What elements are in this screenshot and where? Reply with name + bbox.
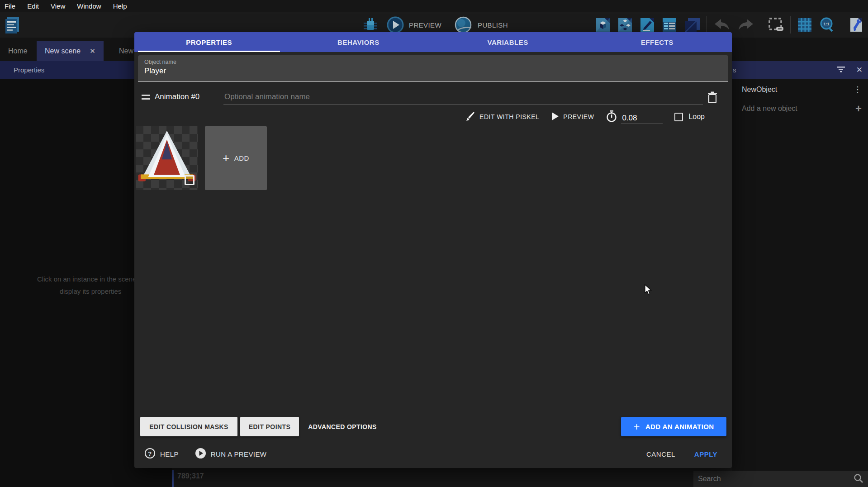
edit-with-piskel-button[interactable]: EDIT WITH PISKEL <box>465 111 539 123</box>
object-list-item-label: NewObject <box>742 86 777 94</box>
debug-icon[interactable] <box>362 16 379 33</box>
tab-variables[interactable]: VARIABLES <box>433 32 583 52</box>
objects-search-bar <box>693 471 868 487</box>
loop-checkbox[interactable] <box>674 113 683 121</box>
plus-icon[interactable]: + <box>855 102 862 115</box>
drag-handle-icon[interactable] <box>142 95 150 100</box>
edit-collision-masks-button[interactable]: EDIT COLLISION MASKS <box>140 417 237 436</box>
time-between-frames-field <box>606 110 663 124</box>
active-tab-indicator <box>138 51 280 52</box>
preview-play-icon[interactable] <box>386 16 404 34</box>
animation-title: Animation #0 <box>155 92 199 101</box>
tab-behaviors[interactable]: BEHAVIORS <box>284 32 433 52</box>
add-frame-label: ADD <box>234 154 249 162</box>
add-new-object-label: Add a new object <box>742 105 797 113</box>
tab-new-scene-label: New scene <box>45 47 81 55</box>
run-a-preview-button[interactable]: RUN A PREVIEW <box>195 448 267 460</box>
brush-icon <box>465 111 475 123</box>
menu-file[interactable]: File <box>5 2 15 10</box>
menu-help[interactable]: Help <box>113 2 127 10</box>
redo-icon[interactable] <box>737 17 755 33</box>
preview-button[interactable]: PREVIEW <box>409 21 441 29</box>
time-between-frames-input[interactable] <box>621 113 663 124</box>
help-label: HELP <box>160 450 179 458</box>
close-tab-icon[interactable]: ✕ <box>90 47 95 55</box>
mask-selection-icon[interactable] <box>767 17 784 33</box>
add-frame-button[interactable]: + ADD <box>205 126 267 190</box>
edit-scene-icon[interactable] <box>639 17 655 33</box>
undo-icon[interactable] <box>713 17 731 33</box>
tab-new-partial-label: New <box>119 47 133 55</box>
help-button[interactable]: ? HELP <box>144 448 179 460</box>
cursor-coordinates: 789;317 <box>177 472 204 480</box>
edit-with-piskel-label: EDIT WITH PISKEL <box>479 113 539 120</box>
objects-panel-title-partial: s <box>733 66 736 74</box>
grid-icon[interactable] <box>797 17 813 33</box>
tab-properties[interactable]: PROPERTIES <box>134 32 284 52</box>
tab-home-label: Home <box>8 47 28 55</box>
frame-select-checkbox[interactable] <box>185 175 194 185</box>
layers-icon[interactable] <box>683 17 701 33</box>
loop-label: Loop <box>688 113 705 121</box>
play-icon <box>551 112 559 122</box>
tab-home[interactable]: Home <box>0 41 36 61</box>
close-panel-icon[interactable]: ✕ <box>856 65 863 75</box>
sprite-frame-thumbnail[interactable] <box>136 126 198 190</box>
events-list-icon[interactable] <box>661 17 678 33</box>
add-an-animation-label: ADD AN ANIMATION <box>645 423 714 430</box>
add-new-object-row[interactable]: Add a new object + <box>732 100 868 117</box>
filter-icon[interactable] <box>836 66 845 74</box>
instances-icon[interactable] <box>617 17 633 33</box>
objects-panel: s ✕ NewObject ⋮ Add a new object + <box>732 61 868 487</box>
object-name-label: Object name <box>144 59 722 65</box>
animation-name-input[interactable] <box>223 90 703 105</box>
preview-animation-label: PREVIEW <box>563 113 594 120</box>
dialog-footer: ? HELP RUN A PREVIEW CANCEL APPLY <box>134 445 732 463</box>
publish-button[interactable]: PUBLISH <box>478 21 508 29</box>
setup-tools-icon[interactable] <box>848 17 864 33</box>
app-window: File Edit View Window Help <box>0 0 868 487</box>
svg-text:1:1: 1:1 <box>823 22 829 26</box>
object-menu-icon[interactable]: ⋮ <box>854 87 862 92</box>
cancel-button[interactable]: CANCEL <box>646 450 675 458</box>
svg-text:?: ? <box>148 450 152 457</box>
menu-view[interactable]: View <box>51 2 65 10</box>
advanced-options-button[interactable]: ADVANCED OPTIONS <box>302 417 383 436</box>
help-icon: ? <box>144 448 156 460</box>
tab-new-scene[interactable]: New scene ✕ <box>37 41 104 61</box>
delete-animation-icon[interactable] <box>707 91 718 105</box>
preview-animation-button[interactable]: PREVIEW <box>551 112 594 122</box>
apply-button[interactable]: APPLY <box>694 450 717 458</box>
edit-points-button[interactable]: EDIT POINTS <box>240 417 299 436</box>
add-object-icon[interactable] <box>595 17 611 33</box>
publish-globe-icon[interactable] <box>454 16 473 34</box>
plus-icon: + <box>633 420 640 433</box>
timer-icon <box>606 110 617 124</box>
dialog-tab-bar: PROPERTIES BEHAVIORS VARIABLES EFFECTS <box>134 32 732 52</box>
run-a-preview-label: RUN A PREVIEW <box>211 450 267 458</box>
menu-window[interactable]: Window <box>77 2 101 10</box>
object-name-field: Object name <box>138 55 728 82</box>
search-input[interactable] <box>698 475 854 483</box>
toolbar-separator <box>790 16 791 33</box>
object-name-input[interactable] <box>144 67 722 76</box>
object-editor-dialog: PROPERTIES BEHAVIORS VARIABLES EFFECTS O… <box>134 32 732 468</box>
zoom-one-to-one-icon[interactable]: 1:1 <box>819 16 836 33</box>
plus-icon: + <box>223 151 230 165</box>
animation-header-row: Animation #0 <box>134 89 732 107</box>
project-manager-icon[interactable] <box>4 15 22 34</box>
animation-controls-row: EDIT WITH PISKEL PREVIEW <box>465 109 705 125</box>
add-an-animation-button[interactable]: + ADD AN ANIMATION <box>621 417 726 436</box>
toolbar-separator <box>707 16 707 33</box>
menu-edit[interactable]: Edit <box>27 2 39 10</box>
toolbar-separator <box>842 16 842 33</box>
frames-strip: + ADD <box>134 126 732 191</box>
play-circle-icon <box>195 448 206 460</box>
dialog-action-row: EDIT COLLISION MASKS EDIT POINTS ADVANCE… <box>134 417 732 436</box>
object-list-item[interactable]: NewObject ⋮ <box>732 81 868 98</box>
search-icon <box>854 473 863 485</box>
tab-effects[interactable]: EFFECTS <box>583 32 732 52</box>
properties-panel-title: Properties <box>14 66 44 74</box>
toolbar-separator <box>761 16 761 33</box>
scene-edge-highlight <box>172 470 174 487</box>
